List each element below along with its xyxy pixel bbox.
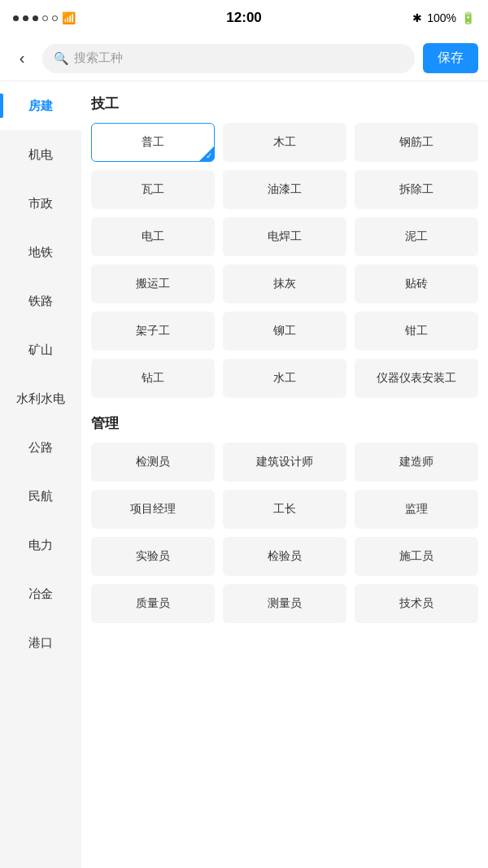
sidebar-item-gong-lu[interactable]: 公路 (0, 423, 81, 472)
job-item-xiang-mu-jing-li[interactable]: 项目经理 (91, 490, 215, 529)
main-content: 房建机电市政地铁铁路矿山水利水电公路民航电力冶金港口 技工普工木工钢筋工瓦工油漆… (0, 81, 488, 868)
job-item-ji-shu-yuan[interactable]: 技术员 (355, 584, 478, 623)
status-time: 12:00 (226, 10, 261, 26)
sidebar-item-kuang-shan[interactable]: 矿山 (0, 325, 81, 374)
job-item-shi-yan-yuan[interactable]: 实验员 (91, 537, 215, 576)
job-item-zuan-gong[interactable]: 钻工 (91, 359, 215, 398)
job-item-zhi-liang-yuan[interactable]: 质量员 (91, 584, 215, 623)
sidebar-item-gang-kou[interactable]: 港口 (0, 618, 81, 667)
job-item-mo-hui[interactable]: 抹灰 (223, 264, 346, 303)
back-button[interactable]: ‹ (10, 46, 34, 71)
job-item-shi-gong-yuan[interactable]: 施工员 (355, 537, 478, 576)
job-item-jia-zi-gong[interactable]: 架子工 (91, 312, 215, 351)
job-item-ban-yun-gong[interactable]: 搬运工 (91, 264, 215, 303)
job-item-tie-zhuan[interactable]: 贴砖 (355, 264, 478, 303)
sidebar-item-ji-dian[interactable]: 机电 (0, 130, 81, 179)
sidebar-item-tie-lu[interactable]: 铁路 (0, 277, 81, 325)
job-item-ni-gong[interactable]: 泥工 (355, 217, 478, 256)
job-item-jian-zao-shi[interactable]: 建造师 (355, 443, 478, 482)
sidebar-item-dian-li[interactable]: 电力 (0, 521, 81, 569)
job-item-mu-gong[interactable]: 木工 (223, 123, 346, 162)
job-item-dian-han-gong[interactable]: 电焊工 (223, 217, 346, 256)
section-title-guan-li: 管理 (91, 414, 478, 433)
job-item-dian-gong[interactable]: 电工 (91, 217, 215, 256)
job-grid-guan-li: 检测员建筑设计师建造师项目经理工长监理实验员检验员施工员质量员测量员技术员 (91, 443, 478, 623)
job-item-jian-li[interactable]: 监理 (355, 490, 478, 529)
sidebar-item-shi-zheng[interactable]: 市政 (0, 179, 81, 228)
job-item-jian-yan-yuan[interactable]: 检验员 (223, 537, 346, 576)
sidebar-item-di-tie[interactable]: 地铁 (0, 228, 81, 277)
save-button[interactable]: 保存 (423, 43, 478, 73)
search-box[interactable]: 🔍 搜索工种 (42, 44, 415, 73)
signal-dot-4 (42, 15, 48, 21)
signal-dot-3 (33, 15, 38, 21)
status-right: ✱ 100% 🔋 (412, 11, 475, 24)
search-icon: 🔍 (54, 51, 69, 66)
signal-dot-1 (13, 15, 19, 21)
job-item-ce-liang-yuan[interactable]: 测量员 (223, 584, 346, 623)
sidebar: 房建机电市政地铁铁路矿山水利水电公路民航电力冶金港口 (0, 81, 81, 868)
bluetooth-icon: ✱ (412, 11, 422, 24)
job-item-liu-gong[interactable]: 铆工 (223, 312, 346, 351)
job-item-shui-gong[interactable]: 水工 (223, 359, 346, 398)
right-panel: 技工普工木工钢筋工瓦工油漆工拆除工电工电焊工泥工搬运工抹灰贴砖架子工铆工钳工钻工… (81, 81, 488, 868)
section-title-ji-gong: 技工 (91, 94, 478, 113)
job-grid-ji-gong: 普工木工钢筋工瓦工油漆工拆除工电工电焊工泥工搬运工抹灰贴砖架子工铆工钳工钻工水工… (91, 123, 478, 398)
job-item-gang-jin-gong[interactable]: 钢筋工 (355, 123, 478, 162)
header: ‹ 🔍 搜索工种 保存 (0, 36, 488, 81)
job-item-you-qi-gong[interactable]: 油漆工 (223, 170, 346, 209)
job-item-yi-qi[interactable]: 仪器仪表安装工 (355, 359, 478, 398)
job-item-wa-gong[interactable]: 瓦工 (91, 170, 215, 209)
wifi-icon: 📶 (62, 11, 76, 24)
job-item-qian-gong[interactable]: 钳工 (355, 312, 478, 351)
signal-dot-2 (23, 15, 28, 21)
job-item-pu-gong[interactable]: 普工 (91, 123, 215, 162)
job-item-jian-ce-yuan[interactable]: 检测员 (91, 443, 215, 482)
status-bar: 📶 12:00 ✱ 100% 🔋 (0, 0, 488, 36)
sidebar-item-shui-li[interactable]: 水利水电 (0, 374, 81, 423)
sidebar-item-min-hang[interactable]: 民航 (0, 472, 81, 521)
sidebar-item-ye-jin[interactable]: 冶金 (0, 569, 81, 618)
job-item-gong-zhang[interactable]: 工长 (223, 490, 346, 529)
job-item-jian-zhu-she-ji-shi[interactable]: 建筑设计师 (223, 443, 346, 482)
search-placeholder: 搜索工种 (74, 50, 123, 66)
battery-percent: 100% (427, 11, 456, 24)
sidebar-item-fang-jian[interactable]: 房建 (0, 81, 81, 130)
signal-dot-5 (52, 15, 58, 21)
job-item-chai-chu-gong[interactable]: 拆除工 (355, 170, 478, 209)
status-left: 📶 (13, 11, 76, 24)
battery-icon: 🔋 (461, 11, 475, 24)
